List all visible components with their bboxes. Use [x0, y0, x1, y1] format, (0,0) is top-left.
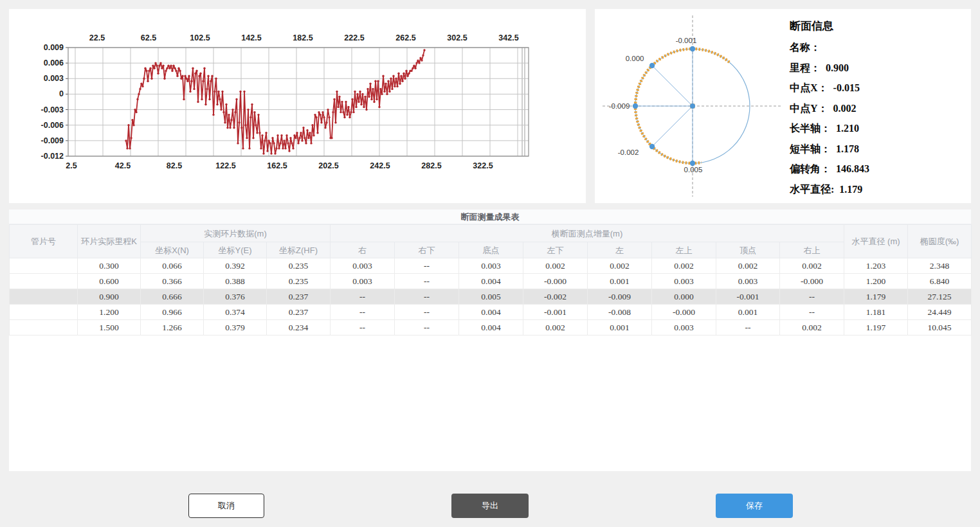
- col-header-left-bottom: 左下: [523, 242, 588, 258]
- table-cell: 1.203: [844, 258, 908, 274]
- col-header-h-diameter: 水平直径 (m): [844, 225, 908, 258]
- table-cell: --: [780, 305, 844, 320]
- svg-text:0.005: 0.005: [684, 166, 703, 174]
- svg-text:222.5: 222.5: [344, 33, 364, 42]
- section-info-center-y: 中点Y：0.002: [790, 98, 869, 119]
- table-cell: 0.002: [716, 258, 780, 274]
- svg-text:282.5: 282.5: [421, 161, 441, 170]
- section-info-rotation: 偏转角：146.843: [790, 159, 869, 179]
- table-cell: 1.200: [78, 305, 141, 320]
- table-cell: 0.001: [716, 305, 780, 320]
- table-cell: 0.001: [588, 320, 652, 335]
- table-cell: [10, 274, 78, 289]
- svg-text:202.5: 202.5: [318, 161, 338, 170]
- col-header-right-bottom: 右下: [395, 242, 459, 258]
- table-cell: --: [331, 320, 395, 335]
- col-header-right-top: 右上: [780, 242, 844, 258]
- cancel-button[interactable]: 取消: [188, 494, 264, 518]
- table-cell: [10, 289, 78, 305]
- table-cell: 1.197: [844, 320, 908, 335]
- table-cell: -0.000: [780, 274, 844, 289]
- table-cell: 0.003: [716, 274, 780, 289]
- table-cell: 2.348: [908, 258, 972, 274]
- col-header-right: 右: [331, 242, 395, 258]
- table-cell: 1.200: [844, 274, 908, 289]
- measurement-table: 管片号 环片实际里程K 实测环片数据(m) 横断面测点增量(m) 水平直径 (m…: [9, 224, 972, 335]
- table-cell: [10, 305, 78, 320]
- table-cell: 0.005: [459, 289, 523, 305]
- col-header-coord-y: 坐标Y(E): [204, 242, 267, 258]
- deviation-chart-panel: 0.0090.0060.0030-0.003-0.006-0.009-0.012…: [9, 9, 586, 203]
- col-header-segment-no: 管片号: [10, 225, 78, 258]
- table-cell: --: [395, 258, 459, 274]
- table-row[interactable]: 0.3000.0660.3920.2350.003--0.0030.0020.0…: [10, 258, 972, 274]
- table-cell: 0.002: [780, 258, 844, 274]
- svg-text:302.5: 302.5: [447, 33, 467, 42]
- table-cell: 0.004: [459, 305, 523, 320]
- table-cell: --: [331, 305, 395, 320]
- table-cell: 0.392: [204, 258, 267, 274]
- table-row[interactable]: 1.5001.2660.3790.234----0.0040.0020.0010…: [10, 320, 972, 335]
- col-header-left: 左: [588, 242, 652, 258]
- svg-text:62.5: 62.5: [141, 33, 156, 42]
- table-cell: 0.666: [141, 289, 204, 305]
- table-cell: 0.000: [652, 289, 716, 305]
- col-header-bottom: 底点: [459, 242, 523, 258]
- table-cell: --: [331, 289, 395, 305]
- svg-text:42.5: 42.5: [115, 161, 131, 170]
- export-button[interactable]: 导出: [451, 494, 529, 518]
- table-cell: 10.045: [908, 320, 972, 335]
- section-circle-chart: -0.0010.000-0.009-0.0020.005: [595, 9, 788, 203]
- table-cell: 0.379: [204, 320, 267, 335]
- table-cell: 0.002: [780, 320, 844, 335]
- svg-text:-0.009: -0.009: [41, 136, 64, 145]
- table-cell: -0.009: [588, 289, 652, 305]
- table-cell: 24.449: [908, 305, 972, 320]
- section-info-name: 名称：: [790, 37, 869, 58]
- save-button[interactable]: 保存: [716, 494, 793, 518]
- svg-text:0.009: 0.009: [44, 43, 64, 52]
- col-header-left-top: 左上: [652, 242, 716, 258]
- table-cell: 0.003: [331, 274, 395, 289]
- section-info-title: 断面信息: [790, 15, 869, 37]
- app-root: { "page": {"background": "#f0f0f0", "pan…: [0, 0, 980, 527]
- svg-text:-0.003: -0.003: [41, 105, 64, 114]
- section-info-center-x: 中点X：-0.015: [790, 78, 869, 98]
- table-cell: 0.235: [267, 258, 331, 274]
- table-cell: 27.125: [908, 289, 972, 305]
- col-header-mileage: 环片实际里程K: [78, 225, 141, 258]
- svg-text:142.5: 142.5: [241, 33, 261, 42]
- table-cell: --: [395, 289, 459, 305]
- table-cell: --: [395, 274, 459, 289]
- table-cell: -0.008: [588, 305, 652, 320]
- col-group-measured: 实测环片数据(m): [141, 225, 331, 242]
- table-row[interactable]: 0.6000.3660.3880.2350.003--0.004-0.0000.…: [10, 274, 972, 289]
- table-cell: --: [716, 320, 780, 335]
- table-cell: --: [780, 289, 844, 305]
- table-cell: 1.179: [844, 289, 908, 305]
- table-cell: -0.000: [523, 274, 588, 289]
- table-cell: 0.002: [523, 258, 588, 274]
- svg-text:122.5: 122.5: [215, 161, 235, 170]
- deviation-line-chart: 0.0090.0060.0030-0.003-0.006-0.009-0.012…: [9, 9, 586, 203]
- svg-text:162.5: 162.5: [267, 161, 287, 170]
- col-header-ovality: 椭圆度(‰): [908, 225, 972, 258]
- section-info-major-axis: 长半轴：1.210: [790, 118, 869, 139]
- section-info: 断面信息 名称： 里程：0.900 中点X：-0.015 中点Y：0.002 长…: [790, 15, 869, 199]
- table-row[interactable]: 0.9000.6660.3760.237----0.005-0.002-0.00…: [10, 289, 972, 305]
- svg-text:0.003: 0.003: [44, 74, 64, 83]
- svg-text:-0.001: -0.001: [676, 37, 697, 44]
- table-cell: [10, 320, 78, 335]
- table-cell: -0.000: [652, 305, 716, 320]
- table-row[interactable]: 1.2000.9660.3740.237----0.004-0.001-0.00…: [10, 305, 972, 320]
- table-cell: 1.266: [141, 320, 204, 335]
- table-cell: 0.004: [459, 320, 523, 335]
- svg-text:242.5: 242.5: [370, 161, 390, 170]
- svg-text:2.5: 2.5: [66, 161, 77, 170]
- table-cell: 0.066: [141, 258, 204, 274]
- section-info-minor-axis: 短半轴：1.178: [790, 139, 869, 159]
- table-cell: 0.237: [267, 289, 331, 305]
- table-cell: 0.002: [652, 258, 716, 274]
- table-cell: -0.001: [523, 305, 588, 320]
- col-group-increments: 横断面测点增量(m): [331, 225, 844, 242]
